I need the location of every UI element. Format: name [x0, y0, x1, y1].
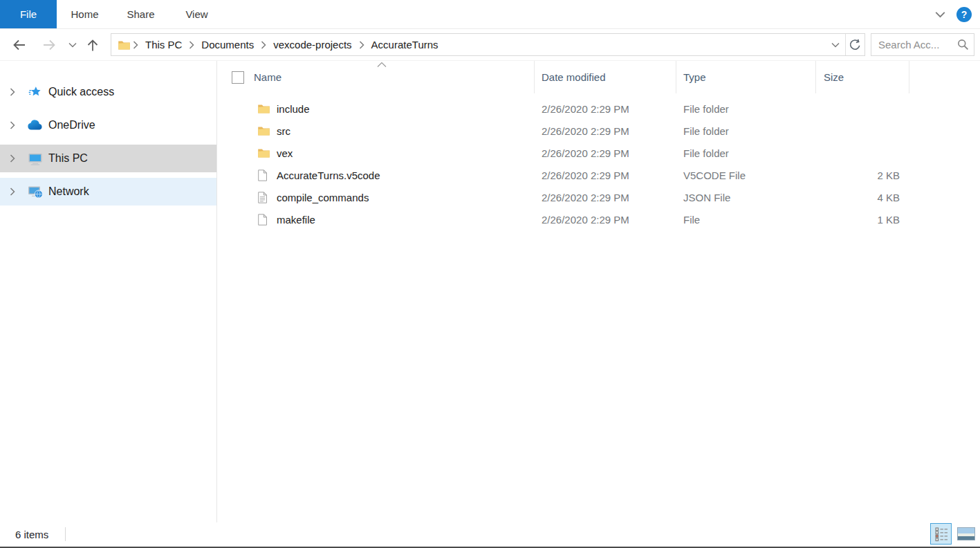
- file-type: File folder: [676, 147, 816, 159]
- file-date: 2/26/2020 2:29 PM: [535, 170, 676, 181]
- file-name: include: [277, 103, 310, 115]
- folder-icon: [118, 39, 131, 51]
- file-name: vex: [277, 147, 293, 159]
- file-date: 2/26/2020 2:29 PM: [535, 147, 676, 159]
- file-type: JSON File: [676, 192, 816, 203]
- file-icon: [257, 214, 270, 226]
- expand-ribbon-chevron-icon[interactable]: [935, 11, 945, 18]
- file-row-include[interactable]: include 2/26/2020 2:29 PM File folder: [217, 98, 980, 120]
- sidebar-item-this-pc[interactable]: This PC: [0, 145, 216, 172]
- back-button[interactable]: [12, 39, 26, 51]
- file-explorer-window: File Home Share View ? This PC Documents…: [0, 0, 980, 548]
- tab-home[interactable]: Home: [57, 0, 113, 28]
- text-file-icon: [257, 192, 270, 203]
- details-view-button[interactable]: [930, 523, 952, 545]
- file-size: 2 KB: [816, 170, 909, 181]
- thumbnails-view-button[interactable]: [956, 527, 975, 541]
- breadcrumb-documents[interactable]: Documents: [196, 39, 259, 51]
- file-name: AccurateTurns.v5code: [277, 170, 380, 181]
- tab-view[interactable]: View: [169, 0, 225, 28]
- items-count: 6 items: [15, 529, 48, 540]
- file-type: File: [676, 214, 816, 226]
- chevron-right-icon[interactable]: [359, 41, 364, 49]
- sidebar-item-network[interactable]: Network: [0, 178, 216, 206]
- file-size: 4 KB: [816, 192, 909, 203]
- file-date: 2/26/2020 2:29 PM: [535, 192, 676, 203]
- file-name: makefile: [277, 214, 315, 226]
- refresh-icon[interactable]: [845, 34, 865, 55]
- file-type: V5CODE File: [676, 170, 816, 181]
- column-header-size[interactable]: Size: [816, 61, 909, 93]
- file-row-makefile[interactable]: makefile 2/26/2020 2:29 PM File 1 KB: [217, 208, 980, 230]
- file-date: 2/26/2020 2:29 PM: [535, 125, 676, 137]
- onedrive-cloud-icon: [27, 118, 44, 133]
- file-rows: include 2/26/2020 2:29 PM File folder sr…: [217, 98, 980, 230]
- folder-icon: [257, 125, 270, 137]
- file-name: src: [277, 125, 290, 137]
- file-name: compile_commands: [277, 192, 369, 203]
- chevron-right-icon[interactable]: [133, 41, 138, 49]
- status-divider: [65, 527, 66, 541]
- column-header-type[interactable]: Type: [676, 61, 816, 93]
- file-size: 1 KB: [816, 214, 909, 226]
- file-type: File folder: [676, 125, 816, 137]
- column-header-label: Date modified: [542, 71, 606, 83]
- file-row-compile-commands[interactable]: compile_commands 2/26/2020 2:29 PM JSON …: [217, 186, 980, 208]
- select-all-checkbox[interactable]: [232, 71, 244, 84]
- expand-chevron-icon[interactable]: [10, 188, 19, 196]
- folder-icon: [257, 103, 270, 115]
- chevron-right-icon[interactable]: [189, 41, 194, 49]
- tab-share[interactable]: Share: [113, 0, 169, 28]
- ribbon-tab-bar: File Home Share View ?: [0, 0, 980, 29]
- network-computer-icon: [27, 184, 44, 199]
- column-header-label: Type: [683, 71, 706, 83]
- chevron-right-icon[interactable]: [261, 41, 266, 49]
- file-type: File folder: [676, 103, 816, 115]
- breadcrumb-accurateturns[interactable]: AccurateTurns: [367, 39, 443, 51]
- expand-chevron-icon[interactable]: [10, 154, 19, 163]
- sidebar-item-label: OneDrive: [48, 119, 95, 131]
- file-date: 2/26/2020 2:29 PM: [535, 214, 676, 226]
- column-header-date-modified[interactable]: Date modified: [535, 61, 676, 93]
- nav-buttons: [0, 38, 111, 52]
- expand-chevron-icon[interactable]: [10, 88, 19, 96]
- column-header-label: Size: [824, 71, 844, 83]
- status-bar: 6 items: [0, 522, 980, 546]
- file-date: 2/26/2020 2:29 PM: [535, 103, 676, 115]
- sidebar-item-label: This PC: [48, 152, 88, 165]
- this-pc-monitor-icon: [27, 151, 44, 166]
- file-row-src[interactable]: src 2/26/2020 2:29 PM File folder: [217, 120, 980, 142]
- main-area: Quick access OneDrive This PC Network: [0, 61, 980, 522]
- file-list-pane: Name Date modified Type Size include 2/2…: [217, 61, 980, 522]
- recent-locations-chevron-icon[interactable]: [68, 42, 77, 48]
- column-header-label: Name: [254, 71, 281, 83]
- search-box: [871, 33, 974, 56]
- navigation-pane: Quick access OneDrive This PC Network: [0, 61, 217, 522]
- sidebar-item-label: Quick access: [48, 86, 114, 98]
- column-headers: Name Date modified Type Size: [217, 61, 980, 93]
- file-row-accurateturns-v5code[interactable]: AccurateTurns.v5code 2/26/2020 2:29 PM V…: [217, 164, 980, 186]
- sidebar-item-onedrive[interactable]: OneDrive: [0, 111, 216, 139]
- breadcrumb-vexcode-projects[interactable]: vexcode-projects: [268, 39, 356, 51]
- up-button[interactable]: [86, 38, 99, 52]
- expand-chevron-icon[interactable]: [10, 121, 19, 129]
- forward-button[interactable]: [42, 39, 57, 51]
- file-row-vex[interactable]: vex 2/26/2020 2:29 PM File folder: [217, 142, 980, 164]
- sidebar-item-label: Network: [48, 185, 89, 198]
- file-icon: [257, 170, 270, 181]
- address-dropdown-chevron-icon[interactable]: [826, 34, 845, 55]
- sort-ascending-icon: [377, 62, 387, 68]
- folder-icon: [257, 147, 270, 159]
- tab-file[interactable]: File: [0, 0, 57, 28]
- sidebar-item-quick-access[interactable]: Quick access: [0, 78, 216, 106]
- breadcrumb-this-pc[interactable]: This PC: [140, 39, 187, 51]
- quick-access-star-icon: [27, 84, 44, 100]
- help-button[interactable]: ?: [956, 7, 972, 22]
- address-bar[interactable]: This PC Documents vexcode-projects Accur…: [111, 33, 865, 56]
- column-header-name[interactable]: Name: [217, 61, 535, 93]
- search-icon[interactable]: [957, 39, 969, 51]
- navigation-toolbar: This PC Documents vexcode-projects Accur…: [0, 29, 980, 61]
